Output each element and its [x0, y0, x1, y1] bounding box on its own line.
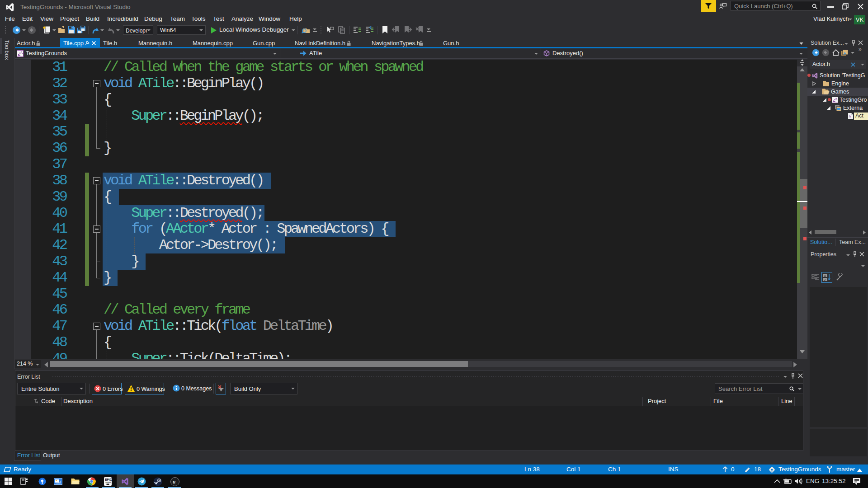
svg-text:A: A	[824, 274, 826, 277]
svg-text:h: h	[849, 114, 851, 118]
svg-text:EPIC: EPIC	[105, 478, 112, 481]
svg-text:u: u	[173, 479, 175, 484]
svg-text:Z: Z	[824, 278, 826, 282]
svg-text:GAMES: GAMES	[105, 482, 111, 483]
